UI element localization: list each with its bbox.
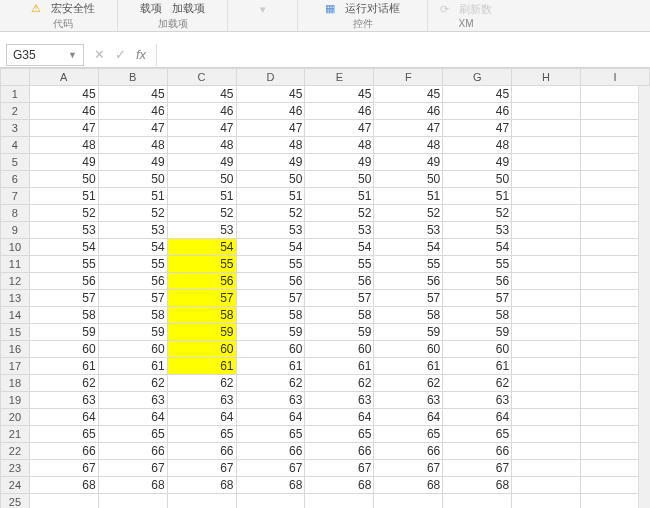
cell[interactable]: 45 xyxy=(98,86,167,103)
cell[interactable]: 63 xyxy=(374,392,443,409)
cell[interactable]: 65 xyxy=(305,426,374,443)
column-header[interactable]: H xyxy=(512,69,581,86)
cell[interactable] xyxy=(29,494,98,509)
cell[interactable]: 66 xyxy=(98,443,167,460)
cell[interactable]: 52 xyxy=(236,205,305,222)
cell[interactable]: 56 xyxy=(305,273,374,290)
column-header[interactable]: E xyxy=(305,69,374,86)
cell[interactable]: 50 xyxy=(29,171,98,188)
cell[interactable]: 46 xyxy=(236,103,305,120)
cell[interactable] xyxy=(512,494,581,509)
run-dialog-button[interactable]: 运行对话框 xyxy=(345,1,400,16)
row-header[interactable]: 2 xyxy=(1,103,30,120)
column-header[interactable]: G xyxy=(443,69,512,86)
cell[interactable]: 60 xyxy=(443,341,512,358)
cell[interactable] xyxy=(98,494,167,509)
cell[interactable]: 56 xyxy=(374,273,443,290)
cell[interactable]: 62 xyxy=(305,375,374,392)
cell[interactable]: 65 xyxy=(29,426,98,443)
cell[interactable]: 55 xyxy=(305,256,374,273)
row-header[interactable]: 9 xyxy=(1,222,30,239)
vertical-scrollbar[interactable] xyxy=(638,86,650,508)
cell[interactable]: 66 xyxy=(305,443,374,460)
cell[interactable]: 47 xyxy=(374,120,443,137)
cell[interactable]: 51 xyxy=(98,188,167,205)
cell[interactable]: 52 xyxy=(167,205,236,222)
cell[interactable] xyxy=(512,341,581,358)
cell[interactable]: 53 xyxy=(443,222,512,239)
cell[interactable]: 45 xyxy=(374,86,443,103)
cell[interactable]: 55 xyxy=(236,256,305,273)
cell[interactable] xyxy=(305,494,374,509)
cell[interactable]: 68 xyxy=(443,477,512,494)
cell[interactable]: 46 xyxy=(374,103,443,120)
row-header[interactable]: 17 xyxy=(1,358,30,375)
cell[interactable] xyxy=(512,307,581,324)
cell[interactable]: 57 xyxy=(167,290,236,307)
cell[interactable]: 57 xyxy=(29,290,98,307)
cell[interactable]: 54 xyxy=(305,239,374,256)
confirm-icon[interactable]: ✓ xyxy=(115,47,126,62)
select-all-corner[interactable] xyxy=(1,69,30,86)
cell[interactable] xyxy=(374,494,443,509)
cell[interactable]: 47 xyxy=(305,120,374,137)
cell[interactable]: 50 xyxy=(374,171,443,188)
cell[interactable]: 58 xyxy=(305,307,374,324)
cell[interactable] xyxy=(512,409,581,426)
row-header[interactable]: 10 xyxy=(1,239,30,256)
cell[interactable]: 64 xyxy=(98,409,167,426)
cell[interactable]: 52 xyxy=(98,205,167,222)
cell[interactable]: 67 xyxy=(29,460,98,477)
macro-security-button[interactable]: 宏安全性 xyxy=(51,1,95,16)
cell[interactable]: 57 xyxy=(98,290,167,307)
cell[interactable]: 48 xyxy=(29,137,98,154)
cell[interactable]: 61 xyxy=(167,358,236,375)
cell[interactable] xyxy=(512,171,581,188)
spreadsheet-grid[interactable]: ABCDEFGHI1454545454545452464646464646463… xyxy=(0,68,650,508)
cell[interactable]: 50 xyxy=(443,171,512,188)
cell[interactable]: 68 xyxy=(29,477,98,494)
cell[interactable] xyxy=(512,239,581,256)
cell[interactable]: 68 xyxy=(167,477,236,494)
cell[interactable]: 45 xyxy=(236,86,305,103)
cell[interactable]: 61 xyxy=(98,358,167,375)
cell[interactable]: 58 xyxy=(29,307,98,324)
cell[interactable]: 47 xyxy=(167,120,236,137)
cell[interactable]: 59 xyxy=(98,324,167,341)
cell[interactable]: 59 xyxy=(29,324,98,341)
cell[interactable]: 62 xyxy=(443,375,512,392)
row-header[interactable]: 6 xyxy=(1,171,30,188)
cell[interactable]: 57 xyxy=(305,290,374,307)
column-header[interactable]: B xyxy=(98,69,167,86)
cell[interactable]: 63 xyxy=(443,392,512,409)
cell[interactable]: 64 xyxy=(236,409,305,426)
cell[interactable]: 45 xyxy=(167,86,236,103)
cell[interactable]: 50 xyxy=(305,171,374,188)
cell[interactable]: 58 xyxy=(443,307,512,324)
cell[interactable]: 64 xyxy=(29,409,98,426)
cell[interactable]: 57 xyxy=(236,290,305,307)
cell[interactable]: 50 xyxy=(236,171,305,188)
cell[interactable]: 48 xyxy=(305,137,374,154)
cell[interactable]: 63 xyxy=(167,392,236,409)
cell[interactable]: 64 xyxy=(374,409,443,426)
cell[interactable]: 59 xyxy=(236,324,305,341)
cell[interactable]: 65 xyxy=(374,426,443,443)
row-header[interactable]: 18 xyxy=(1,375,30,392)
cell[interactable]: 48 xyxy=(98,137,167,154)
cell[interactable]: 56 xyxy=(167,273,236,290)
cell[interactable]: 48 xyxy=(374,137,443,154)
cell[interactable]: 46 xyxy=(443,103,512,120)
row-header[interactable]: 24 xyxy=(1,477,30,494)
cell[interactable]: 67 xyxy=(167,460,236,477)
cell[interactable] xyxy=(512,460,581,477)
cell[interactable]: 52 xyxy=(374,205,443,222)
cell[interactable]: 55 xyxy=(443,256,512,273)
row-header[interactable]: 23 xyxy=(1,460,30,477)
cell[interactable]: 67 xyxy=(98,460,167,477)
cell[interactable]: 45 xyxy=(443,86,512,103)
cell[interactable]: 48 xyxy=(443,137,512,154)
cell[interactable]: 67 xyxy=(443,460,512,477)
cell[interactable]: 53 xyxy=(236,222,305,239)
cell[interactable]: 67 xyxy=(374,460,443,477)
